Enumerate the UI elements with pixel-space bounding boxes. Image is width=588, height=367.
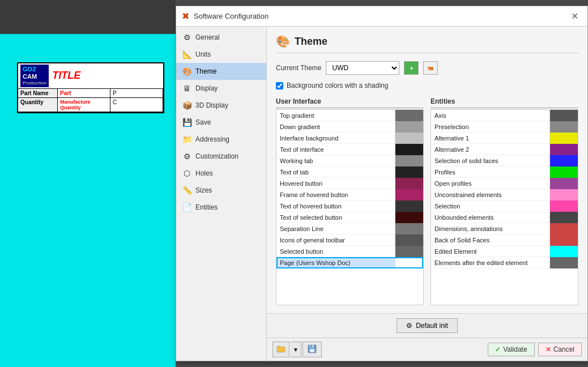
color-row-label: Axis — [431, 112, 549, 119]
list-item[interactable]: Selected button — [276, 246, 423, 257]
color-swatch[interactable] — [549, 167, 578, 178]
list-item[interactable]: Edited Element — [431, 246, 578, 257]
list-item[interactable]: Profiles — [431, 167, 578, 178]
color-swatch[interactable] — [549, 144, 578, 155]
current-theme-dropdown[interactable]: UWD — [326, 61, 399, 75]
list-item[interactable]: Open profiles — [431, 178, 578, 189]
color-swatch[interactable] — [395, 212, 423, 223]
sidebar-item-holes[interactable]: ⬡ Holes — [176, 165, 266, 182]
list-item[interactable]: Alternative 1 — [431, 133, 578, 144]
list-item[interactable]: Selection of solid faces — [431, 155, 578, 167]
holes-icon: ⬡ — [182, 168, 192, 178]
list-item[interactable]: Selection — [431, 200, 578, 212]
list-item[interactable]: Text of tab — [276, 167, 423, 178]
current-theme-row: Current Theme UWD + — [276, 61, 578, 75]
sidebar-item-3d-display[interactable]: 📦 3D Display — [176, 97, 266, 114]
cancel-button[interactable]: ✕ Cancel — [538, 343, 582, 356]
color-swatch[interactable] — [549, 212, 578, 223]
dialog-body: ⚙ General 📐 Units 🎨 Theme 🖥 Display 📦 3D… — [176, 27, 587, 361]
entities-title: Entities — [431, 97, 578, 108]
color-swatch[interactable] — [395, 200, 423, 212]
list-item[interactable]: Text of hovered button — [276, 200, 423, 212]
sidebar-item-save[interactable]: 💾 Save — [176, 114, 266, 131]
default-init-button[interactable]: ⚙ Default init — [397, 318, 458, 333]
folder-dropdown-button[interactable]: ▼ — [291, 342, 301, 357]
sidebar-item-display[interactable]: 🖥 Display — [176, 80, 266, 97]
validate-button[interactable]: ✓ Validate — [488, 343, 534, 356]
background-shading-checkbox[interactable] — [276, 82, 283, 89]
color-swatch[interactable] — [549, 246, 578, 257]
save-button[interactable] — [302, 342, 322, 357]
list-item[interactable]: Text of interface — [276, 144, 423, 155]
color-swatch[interactable] — [395, 144, 423, 155]
list-item[interactable]: Frame of hovered button — [276, 189, 423, 200]
sidebar-item-addressing[interactable]: 📁 Addressing — [176, 131, 266, 148]
color-swatch[interactable] — [395, 223, 423, 234]
list-item[interactable]: Separation Line — [276, 223, 423, 234]
sidebar-label-general: General — [195, 33, 220, 41]
color-swatch[interactable] — [395, 234, 423, 246]
sidebar: ⚙ General 📐 Units 🎨 Theme 🖥 Display 📦 3D… — [176, 27, 267, 361]
background-shading-row: Background colors with a shading — [276, 82, 578, 89]
color-swatch[interactable] — [395, 155, 423, 167]
list-item[interactable]: Preselection — [431, 121, 578, 133]
color-swatch[interactable] — [395, 246, 423, 257]
sidebar-item-entities[interactable]: 📄 Entities — [176, 199, 266, 216]
erase-theme-button[interactable] — [423, 61, 438, 75]
color-swatch[interactable] — [549, 223, 578, 234]
list-item[interactable]: Top gradient — [276, 110, 423, 121]
color-swatch[interactable] — [549, 155, 578, 167]
list-item[interactable]: Interface background — [276, 133, 423, 144]
entities-section: Entities Axis Preselection Alternative 1… — [431, 97, 578, 305]
color-swatch[interactable] — [395, 133, 423, 144]
color-swatch[interactable] — [395, 110, 423, 121]
sidebar-item-customization[interactable]: ⚙ Customization — [176, 148, 266, 165]
color-swatch[interactable] — [549, 189, 578, 200]
color-swatch[interactable] — [395, 167, 423, 178]
list-item[interactable]: Axis — [431, 110, 578, 121]
background-shading-label: Background colors with a shading — [287, 82, 388, 89]
color-swatch[interactable] — [395, 121, 423, 133]
color-row-label: Dimensions, annotations — [431, 225, 549, 232]
list-item[interactable]: Working tab — [276, 155, 423, 167]
list-item[interactable]: Down gradient — [276, 121, 423, 133]
list-item[interactable]: Page (Users Wshop Doc) — [276, 257, 423, 268]
color-swatch[interactable] — [549, 121, 578, 133]
color-row-label: Frame of hovered button — [276, 191, 395, 198]
dialog-close-button[interactable]: ✕ — [568, 10, 582, 23]
color-swatch[interactable] — [395, 189, 423, 200]
main-content: 🎨 Theme Current Theme UWD + — [267, 27, 587, 313]
list-item[interactable]: Hovered button — [276, 178, 423, 189]
color-row-label: Text of tab — [276, 169, 395, 176]
color-swatch[interactable] — [549, 234, 578, 246]
color-swatch[interactable] — [549, 110, 578, 121]
list-item[interactable]: Dimensions, annotations — [431, 223, 578, 234]
color-swatch[interactable] — [395, 178, 423, 189]
3d-display-icon: 📦 — [182, 100, 192, 110]
color-row-label: Elements after the edited element — [431, 259, 549, 266]
title-text: TITLE — [52, 70, 80, 82]
row1-right: P — [110, 89, 163, 97]
color-swatch[interactable] — [549, 178, 578, 189]
sidebar-item-theme[interactable]: 🎨 Theme — [176, 63, 266, 80]
list-item[interactable]: Back of Solid Faces — [431, 234, 578, 246]
list-item[interactable]: Icons of general toolbar — [276, 234, 423, 246]
open-folder-button[interactable] — [272, 342, 289, 357]
list-item[interactable]: Unbounded elements — [431, 212, 578, 223]
title-row-1: Part Name Part P — [18, 89, 163, 98]
color-swatch[interactable] — [549, 133, 578, 144]
sidebar-item-sizes[interactable]: 📏 Sizes — [176, 182, 266, 199]
color-row-label: Preselection — [431, 123, 549, 130]
list-item[interactable]: Elements after the edited element — [431, 257, 578, 268]
sidebar-item-general[interactable]: ⚙ General — [176, 29, 266, 46]
list-item[interactable]: Alternative 2 — [431, 144, 578, 155]
sidebar-item-units[interactable]: 📐 Units — [176, 46, 266, 63]
color-swatch[interactable] — [395, 257, 423, 268]
list-item[interactable]: Text of selected button — [276, 212, 423, 223]
color-swatch[interactable] — [549, 200, 578, 212]
list-item[interactable]: Unconstrained elements — [431, 189, 578, 200]
color-swatch[interactable] — [549, 257, 578, 268]
color-row-label: Alternative 1 — [431, 135, 549, 142]
default-init-icon: ⚙ — [406, 322, 412, 330]
add-theme-button[interactable]: + — [404, 61, 419, 75]
